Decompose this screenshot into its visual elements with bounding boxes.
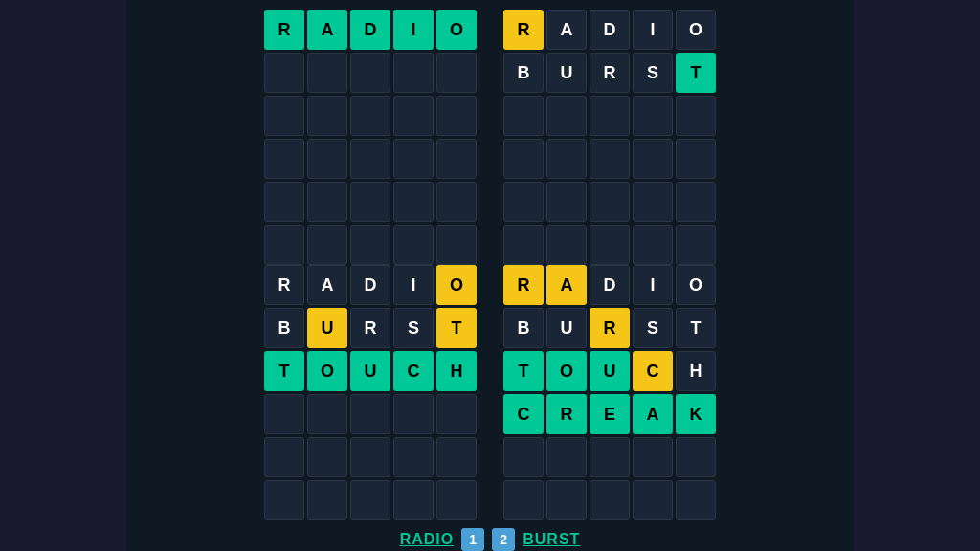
cell: R — [350, 308, 390, 348]
cell: T — [264, 351, 304, 391]
cell: D — [350, 265, 390, 305]
cell — [633, 182, 673, 222]
game-container: R A D I O — [126, 0, 854, 551]
footer-num-2[interactable]: 2 — [492, 528, 515, 551]
cell — [676, 225, 716, 265]
cell — [307, 96, 347, 136]
cell — [590, 480, 630, 520]
boards-area-bottom: R A D I O B U R S T T O U C H — [264, 265, 716, 520]
cell — [436, 182, 477, 222]
board-row — [264, 480, 477, 520]
cell: A — [307, 10, 347, 50]
cell: D — [590, 10, 630, 50]
footer-word-burst[interactable]: BURST — [523, 531, 580, 548]
footer-num-1[interactable]: 1 — [461, 528, 484, 551]
cell — [393, 437, 434, 477]
board-row — [503, 480, 716, 520]
cell: R — [264, 10, 304, 50]
cell — [590, 225, 630, 265]
cell — [264, 437, 304, 477]
board-row — [264, 139, 477, 179]
cell — [546, 182, 587, 222]
cell: O — [676, 10, 716, 50]
cell — [436, 96, 477, 136]
cell — [307, 53, 347, 93]
cell — [676, 182, 716, 222]
cell — [264, 96, 304, 136]
cell: S — [633, 53, 673, 93]
cell: D — [350, 10, 390, 50]
cell — [546, 480, 587, 520]
cell — [393, 182, 434, 222]
cell: O — [307, 351, 347, 391]
cell — [503, 480, 544, 520]
cell: I — [633, 265, 673, 305]
cell — [350, 182, 390, 222]
cell — [503, 182, 544, 222]
cell — [676, 437, 716, 477]
boards-area: R A D I O — [264, 10, 716, 265]
cell: B — [503, 308, 544, 348]
board-row — [503, 96, 716, 136]
cell — [676, 480, 716, 520]
cell: A — [546, 10, 587, 50]
cell — [590, 96, 630, 136]
board-row — [264, 225, 477, 265]
cell: U — [350, 351, 390, 391]
cell — [633, 96, 673, 136]
cell — [264, 182, 304, 222]
cell — [350, 480, 390, 520]
cell: U — [546, 53, 587, 93]
cell — [393, 394, 434, 434]
cell: U — [546, 308, 587, 348]
cell — [393, 139, 434, 179]
cell — [264, 394, 304, 434]
cell: I — [393, 265, 434, 305]
board-top-left: R A D I O — [264, 10, 477, 265]
board-row: B U R S T — [264, 308, 477, 348]
cell: O — [546, 351, 587, 391]
cell: D — [590, 265, 630, 305]
cell: U — [590, 351, 630, 391]
cell — [436, 225, 477, 265]
cell: H — [436, 351, 477, 391]
cell — [264, 225, 304, 265]
cell: S — [393, 308, 434, 348]
cell: B — [503, 53, 544, 93]
cell: T — [503, 351, 544, 391]
board-bottom-left: R A D I O B U R S T T O U C H — [264, 265, 477, 520]
cell: R — [590, 53, 630, 93]
cell — [436, 139, 477, 179]
board-row — [264, 394, 477, 434]
cell — [307, 139, 347, 179]
cell: O — [436, 10, 477, 50]
cell — [393, 225, 434, 265]
cell — [393, 96, 434, 136]
cell: C — [633, 351, 673, 391]
board-row: T O U C H — [503, 351, 716, 391]
cell — [590, 437, 630, 477]
board-bottom-right: R A D I O B U R S T T O U C H — [503, 265, 716, 520]
cell: B — [264, 308, 304, 348]
cell: H — [676, 351, 716, 391]
board-row: T O U C H — [264, 351, 477, 391]
cell — [676, 139, 716, 179]
cell: A — [307, 265, 347, 305]
cell — [436, 437, 477, 477]
cell — [264, 480, 304, 520]
footer-word-radio[interactable]: RADIO — [400, 531, 455, 548]
board-row — [264, 53, 477, 93]
cell — [503, 225, 544, 265]
cell: T — [676, 308, 716, 348]
board-row — [503, 437, 716, 477]
cell — [546, 96, 587, 136]
cell — [350, 437, 390, 477]
cell — [503, 437, 544, 477]
cell: I — [633, 10, 673, 50]
cell — [307, 437, 347, 477]
cell — [350, 53, 390, 93]
board-top-right: R A D I O B U R S T — [503, 10, 716, 265]
cell — [633, 139, 673, 179]
board-row: B U R S T — [503, 308, 716, 348]
cell: T — [676, 53, 716, 93]
